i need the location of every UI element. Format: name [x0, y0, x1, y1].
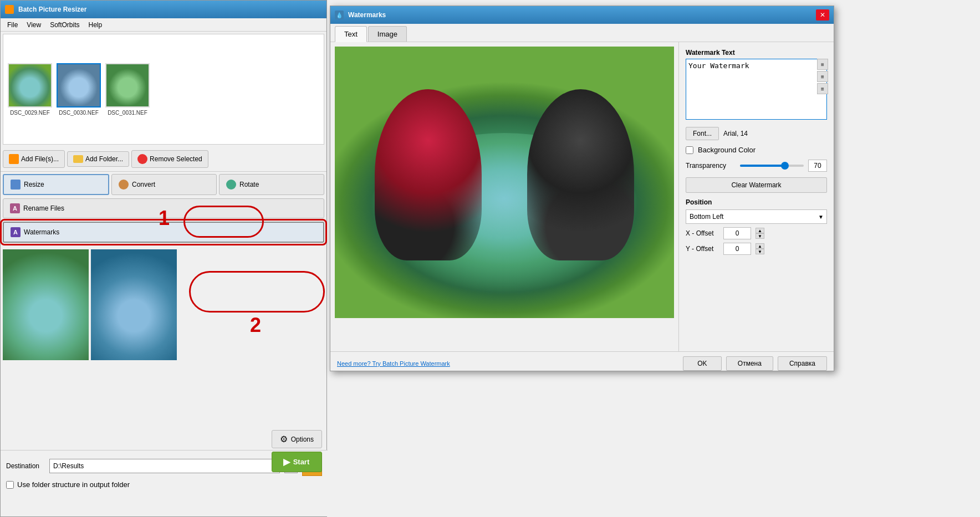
y-offset-row: Y - Offset ▲ ▼ [686, 243, 827, 255]
add-folder-button[interactable]: Add Folder... [67, 151, 129, 167]
dialog-titlebar: 💧 Watermarks ✕ [330, 6, 834, 24]
bg-color-row: Background Color [686, 146, 827, 154]
y-offset-up-button[interactable]: ▲ [756, 243, 764, 249]
x-offset-down-button[interactable]: ▼ [756, 233, 764, 239]
bg-color-checkbox[interactable] [686, 146, 693, 154]
position-select[interactable]: Top Left Top Center Top Right Middle Lef… [686, 209, 827, 224]
transparency-slider-thumb[interactable] [781, 162, 789, 170]
convert-label: Convert [132, 181, 155, 188]
add-files-button[interactable]: Add File(s)... [3, 150, 65, 168]
align-center-button[interactable]: ≡ [817, 71, 828, 82]
cake-characters [352, 80, 657, 270]
watermark-text-label: Watermark Text [686, 49, 827, 57]
dialog-close-button[interactable]: ✕ [816, 9, 829, 21]
destination-bar: Destination ▼ ⚡ Use folder structure in … [1, 450, 328, 516]
resize-label: Resize [24, 181, 44, 188]
x-offset-label: X - Offset [686, 229, 719, 237]
watermark-icon: 💧 [336, 12, 343, 18]
font-button[interactable]: Font... [686, 127, 719, 140]
thumb-label-2: DSC_0030.NEF [59, 110, 99, 116]
bg-app: Batch Picture Resizer File View SoftOrbi… [0, 0, 327, 517]
options-button[interactable]: ⚙ Options [272, 430, 322, 448]
x-offset-up-button[interactable]: ▲ [756, 228, 764, 233]
dialog-tabs: Text Image [330, 24, 834, 42]
menu-file[interactable]: File [3, 20, 22, 30]
transparency-label: Transparency [686, 162, 736, 170]
use-folder-structure-label: Use folder structure in output folder [17, 480, 130, 489]
remove-icon [137, 154, 147, 164]
rename-icon: A [10, 203, 20, 213]
toolbar: Add File(s)... Add Folder... Remove Sele… [1, 147, 326, 172]
dialog-preview-img [335, 47, 674, 318]
align-buttons: ≡ ≡ ≡ [817, 59, 828, 94]
transparency-slider-fill [740, 165, 785, 167]
batch-watermark-link[interactable]: Need more? Try Batch Picture Watermark [337, 360, 678, 367]
transparency-slider-track[interactable] [740, 165, 804, 167]
add-files-label: Add File(s)... [21, 155, 59, 163]
menu-help[interactable]: Help [84, 20, 107, 30]
rotate-label: Rotate [239, 181, 259, 188]
action-row-1: Resize Convert Rotate [3, 174, 324, 195]
start-label: Start [293, 458, 310, 466]
ok-button[interactable]: OK [683, 356, 722, 371]
thumb-cake-3 [106, 64, 149, 106]
resize-tab[interactable]: Resize [3, 174, 109, 195]
watermarks-dialog: 💧 Watermarks ✕ Text Image [330, 6, 834, 371]
use-folder-structure-row: Use folder structure in output folder [6, 480, 322, 489]
watermark-text-input[interactable]: Your Watermark [686, 59, 827, 120]
dialog-preview-panel [330, 42, 678, 351]
thumbnail-item-3[interactable]: DSC_0031.NEF [105, 63, 150, 116]
y-offset-input[interactable] [723, 243, 751, 255]
settings-panel: Watermark Text Your Watermark ≡ ≡ ≡ Font… [678, 42, 834, 351]
menu-view[interactable]: View [22, 20, 45, 30]
x-offset-spinners: ▲ ▼ [756, 228, 764, 239]
align-left-button[interactable]: ≡ [817, 59, 828, 70]
align-right-button[interactable]: ≡ [817, 83, 828, 94]
menubar: File View SoftOrbits Help [1, 18, 326, 32]
app-title: Batch Picture Resizer [18, 6, 322, 13]
thumb-img-1 [8, 63, 52, 108]
action-row-2: A Rename Files [3, 198, 324, 218]
cancel-button[interactable]: Отмена [726, 356, 773, 371]
y-offset-down-button[interactable]: ▼ [756, 249, 764, 254]
watermark-textarea-wrap: Your Watermark ≡ ≡ ≡ [686, 59, 827, 121]
destination-input[interactable] [49, 459, 280, 473]
thumbnail-item-2[interactable]: DSC_0030.NEF [57, 63, 101, 116]
y-offset-spinners: ▲ ▼ [756, 243, 764, 254]
transparency-value: 70 [808, 160, 827, 172]
position-label: Position [686, 198, 827, 206]
start-button[interactable]: ▶ Start [272, 452, 322, 472]
thumb-label-3: DSC_0031.NEF [108, 110, 147, 116]
x-offset-input[interactable] [723, 227, 751, 239]
preview-cake-2 [91, 249, 177, 360]
y-offset-label: Y - Offset [686, 245, 719, 253]
dialog-body: Watermark Text Your Watermark ≡ ≡ ≡ Font… [330, 42, 834, 351]
rename-label: Rename Files [23, 204, 64, 212]
use-folder-structure-checkbox[interactable] [6, 481, 14, 489]
resize-icon [11, 180, 21, 190]
font-row: Font... Arial, 14 [686, 127, 827, 140]
watermarks-tab[interactable]: A Watermarks [3, 222, 324, 243]
transparency-row: Transparency 70 [686, 160, 827, 172]
menu-softorbits[interactable]: SoftOrbits [45, 20, 84, 30]
remove-selected-label: Remove Selected [150, 155, 202, 163]
rotate-tab[interactable]: Rotate [219, 174, 324, 195]
options-icon: ⚙ [280, 434, 288, 444]
preview-img-2 [91, 249, 177, 360]
dialog-title: Watermarks [348, 11, 811, 19]
convert-tab[interactable]: Convert [111, 174, 217, 195]
clear-watermark-button[interactable]: Clear Watermark [686, 177, 827, 193]
remove-selected-button[interactable]: Remove Selected [131, 150, 208, 168]
character-1 [375, 89, 482, 260]
app-icon [5, 5, 14, 14]
destination-label: Destination [6, 462, 45, 470]
preview-cake-1 [3, 249, 89, 360]
position-section: Position Top Left Top Center Top Right M… [686, 198, 827, 255]
start-icon: ▶ [283, 457, 290, 467]
rename-tab[interactable]: A Rename Files [3, 198, 324, 218]
help-button[interactable]: Справка [778, 356, 827, 371]
tab-image[interactable]: Image [368, 26, 407, 42]
add-folder-icon [73, 155, 83, 163]
thumbnail-item-1[interactable]: DSC_0029.NEF [8, 63, 52, 116]
tab-text[interactable]: Text [335, 26, 367, 42]
